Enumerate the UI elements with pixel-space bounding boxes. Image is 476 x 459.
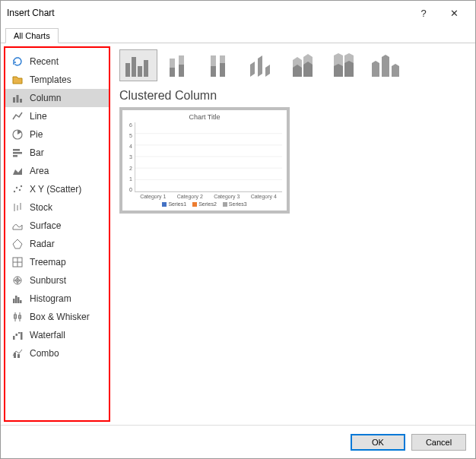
titlebar: Insert Chart ? ✕ [1,1,475,25]
sidebar-item-column[interactable]: Column [5,89,109,107]
svg-point-8 [16,187,17,188]
svg-rect-43 [179,65,184,77]
svg-rect-23 [15,296,17,303]
svg-rect-33 [21,332,23,340]
sidebar-item-treemap[interactable]: Treemap [5,253,109,271]
templates-icon [11,74,24,86]
sidebar-item-label: Pie [30,129,43,140]
svg-rect-4 [13,149,20,151]
subtype-2[interactable] [202,49,240,81]
svg-rect-41 [170,68,175,77]
sidebar-item-label: Treemap [30,257,66,267]
svg-point-9 [19,189,21,191]
help-button[interactable]: ? [408,2,439,24]
svg-rect-36 [125,63,130,77]
chart-subtype-row [119,49,466,81]
svg-rect-35 [17,354,20,358]
svg-rect-37 [132,57,136,77]
sidebar-item-pie[interactable]: Pie [5,125,109,144]
insert-chart-dialog: Insert Chart ? ✕ All Charts RecentTempla… [0,0,476,459]
cancel-button[interactable]: Cancel [411,434,466,451]
subtype-6[interactable] [366,49,404,81]
svg-rect-0 [13,97,15,103]
sidebar-item-xy[interactable]: X Y (Scatter) [5,180,109,198]
svg-rect-45 [211,66,216,77]
subtype-4[interactable] [284,49,322,81]
sidebar-item-histogram[interactable]: Histogram [5,290,109,308]
sidebar-item-label: Radar [30,239,55,249]
sidebar-item-bar[interactable]: Bar [5,144,109,162]
svg-rect-25 [20,300,22,303]
sidebar-item-templates[interactable]: Templates [5,71,109,89]
svg-rect-47 [220,63,225,77]
sidebar-item-label: X Y (Scatter) [30,184,81,195]
svg-rect-32 [18,332,21,334]
sidebar-item-label: Surface [30,220,61,231]
subtype-3[interactable] [243,49,281,81]
sidebar-item-label: Line [30,111,47,122]
sidebar-item-combo[interactable]: Combo [5,344,109,362]
plot-area: 6543210 [127,122,282,192]
svg-rect-30 [13,336,15,340]
legend: Series1Series2Series3 [127,201,282,207]
svg-rect-2 [20,99,22,103]
svg-marker-14 [13,239,22,248]
histogram-icon [11,293,24,305]
window-title: Insert Chart [7,8,408,18]
bar-icon [11,147,24,159]
svg-point-7 [14,191,15,192]
content-panel: Clustered Column Chart Title 6543210 Cat… [110,43,475,425]
sidebar-item-surface[interactable]: Surface [5,217,109,235]
sidebar-item-area[interactable]: Area [5,162,109,180]
tab-all-charts[interactable]: All Charts [5,28,59,43]
line-icon [11,110,24,122]
sidebar-item-waterfall[interactable]: Waterfall [5,326,109,344]
treemap-icon [11,256,24,268]
subtype-5[interactable] [325,49,363,81]
sidebar-item-label: Area [30,166,49,176]
sidebar-item-sunburst[interactable]: Sunburst [5,271,109,290]
subtype-0[interactable] [119,49,157,81]
ok-button[interactable]: OK [351,434,405,451]
sidebar-item-line[interactable]: Line [5,107,109,125]
sunburst-icon [11,274,24,286]
pie-icon [11,128,24,141]
svg-rect-39 [144,60,148,77]
combo-icon [11,347,24,359]
svg-rect-22 [13,299,15,303]
x-axis-labels: Category 1Category 2Category 3Category 4 [135,194,282,199]
sidebar-item-label: Column [30,93,61,103]
svg-rect-1 [17,95,19,103]
chart-preview[interactable]: Chart Title 6543210 Category 1Category 2… [119,107,290,214]
sidebar-item-label: Box & Whisker [30,312,90,322]
sidebar-item-box[interactable]: Box & Whisker [5,308,109,326]
sidebar-item-recent[interactable]: Recent [5,52,109,71]
svg-rect-6 [13,155,17,157]
chart-type-sidebar: RecentTemplatesColumnLinePieBarAreaX Y (… [4,46,110,422]
sidebar-item-label: Recent [30,56,59,67]
bars-region [135,122,282,192]
sidebar-item-label: Waterfall [30,330,65,340]
tabstrip: All Charts [1,25,475,43]
close-button[interactable]: ✕ [439,2,469,24]
svg-rect-38 [138,66,142,77]
sidebar-item-label: Bar [30,147,44,158]
svg-rect-31 [16,334,18,336]
y-axis: 6543210 [127,122,135,192]
sidebar-item-stock[interactable]: Stock [5,198,109,217]
subtype-1[interactable] [160,49,198,81]
sidebar-item-radar[interactable]: Radar [5,235,109,253]
chart-title: Chart Title [127,113,282,121]
column-icon [11,92,24,104]
area-icon [11,165,24,177]
radar-icon [11,238,24,250]
surface-icon [11,220,24,232]
sidebar-item-label: Templates [30,74,71,85]
dialog-body: RecentTemplatesColumnLinePieBarAreaX Y (… [1,43,475,425]
stock-icon [11,201,24,214]
sidebar-item-label: Combo [30,348,59,359]
sidebar-item-label: Stock [30,202,52,213]
sidebar-item-label: Histogram [30,293,71,304]
dialog-footer: OK Cancel [1,425,475,458]
svg-rect-24 [17,297,20,303]
